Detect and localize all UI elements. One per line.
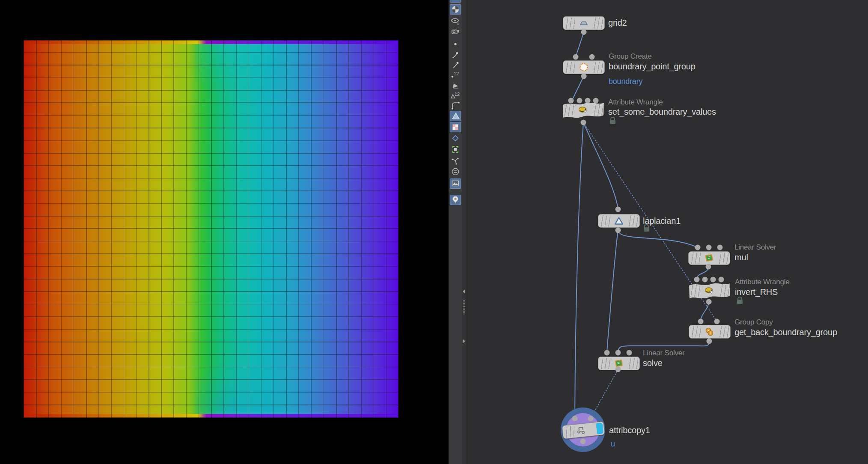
node-laplacian1[interactable] — [598, 214, 640, 228]
node-connector-dot[interactable] — [707, 339, 712, 344]
node-connector-dot[interactable] — [694, 277, 700, 283]
node-connector-dot[interactable] — [698, 319, 704, 324]
node-connector-dot[interactable] — [717, 245, 723, 250]
node-connector-dot[interactable] — [568, 98, 574, 104]
node-type-label: Linear Solver — [734, 243, 776, 252]
grid-icon — [579, 19, 589, 27]
lock-icon — [644, 227, 649, 232]
node-connector-dot[interactable] — [714, 319, 720, 324]
houdini-workspace: 12 12 — [0, 0, 868, 464]
node-grid2[interactable] — [563, 16, 605, 30]
node-connector-dot[interactable] — [604, 350, 610, 356]
node-connector-dot[interactable] — [589, 54, 595, 60]
node-connector-dot[interactable] — [588, 416, 594, 422]
node-mul[interactable] — [688, 251, 730, 265]
group-create-icon — [579, 62, 589, 72]
node-connector-dot[interactable] — [719, 277, 724, 283]
node-connector-dot[interactable] — [615, 350, 621, 356]
display-flag[interactable] — [596, 422, 603, 434]
node-connector-dot[interactable] — [706, 245, 712, 250]
node-connector-dot[interactable] — [577, 98, 583, 104]
node-connector-dot[interactable] — [581, 120, 586, 125]
node-get-back-boundrary-group[interactable] — [689, 325, 731, 339]
node-connector-dot[interactable] — [585, 98, 591, 104]
wire[interactable] — [575, 122, 583, 419]
node-connector-dot[interactable] — [627, 350, 632, 356]
wire[interactable] — [583, 122, 618, 209]
node-name-label: grid2 — [608, 18, 627, 28]
node-connector-dot[interactable] — [710, 277, 716, 283]
node-connector-dot[interactable] — [706, 299, 712, 305]
wire[interactable] — [607, 230, 618, 353]
lock-icon — [737, 300, 743, 304]
node-name-label: attribcopy1 — [609, 425, 650, 435]
node-connector-dot[interactable] — [581, 74, 587, 79]
attribute-wrangle-icon — [704, 286, 715, 295]
node-name-label: mul — [734, 253, 748, 262]
node-name-label: laplacian1 — [643, 216, 681, 226]
node-name-label: solve — [643, 358, 663, 368]
wire[interactable] — [701, 302, 709, 321]
node-type-label: Attribute Wrangle — [608, 98, 663, 107]
lock-icon — [610, 120, 615, 124]
node-wires — [0, 0, 868, 464]
node-type-label: Linear Solver — [643, 349, 685, 357]
node-boundrary-point-group[interactable] — [563, 60, 605, 74]
group-copy-icon — [704, 327, 715, 337]
node-group-tag: boundrary — [609, 77, 642, 86]
node-attr-tag: u — [611, 440, 615, 449]
node-connector-dot[interactable] — [615, 207, 621, 212]
linear-solver-icon — [704, 253, 714, 263]
node-connector-dot[interactable] — [702, 277, 708, 283]
node-type-label: Group Copy — [734, 318, 773, 327]
node-connector-dot[interactable] — [615, 367, 621, 372]
node-connector-dot[interactable] — [580, 439, 586, 444]
node-connector-dot[interactable] — [593, 98, 599, 104]
wire[interactable] — [576, 32, 584, 57]
attrib-copy-icon — [575, 425, 586, 436]
node-name-label: boundrary_point_group — [609, 62, 696, 71]
node-connector-dot[interactable] — [706, 264, 711, 270]
node-type-label: Group Create — [609, 52, 652, 61]
node-type-label: Attribute Wrangle — [735, 278, 790, 286]
node-connector-dot[interactable] — [572, 416, 578, 422]
node-connector-dot[interactable] — [615, 228, 621, 233]
node-name-label: set_some_boundrary_values — [608, 107, 716, 117]
node-name-label: invert_RHS — [735, 287, 778, 297]
node-connector-dot[interactable] — [695, 245, 701, 250]
attribute-wrangle-icon — [578, 105, 589, 115]
laplacian-icon — [614, 216, 624, 226]
node-connector-dot[interactable] — [581, 30, 587, 35]
wire[interactable] — [572, 76, 584, 101]
node-name-label: get_back_boundrary_group — [734, 327, 837, 337]
node-connector-dot[interactable] — [573, 54, 579, 60]
